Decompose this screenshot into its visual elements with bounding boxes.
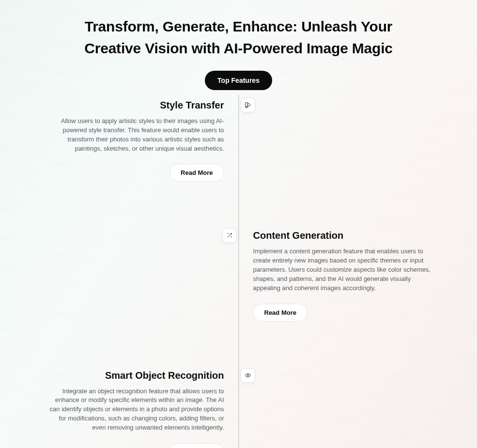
magic-wand-icon [222, 228, 237, 243]
svg-point-2 [247, 374, 248, 376]
read-more-button[interactable]: Read More [169, 443, 224, 448]
palette-icon [241, 98, 255, 112]
feature-description: Allow users to apply artistic styles to … [44, 117, 224, 153]
page-title: Transform, Generate, Enhance: Unleash Yo… [0, 0, 477, 59]
feature-style-transfer: Style Transfer Allow users to apply arti… [0, 95, 477, 201]
feature-description: Implement a content generation feature t… [253, 247, 434, 293]
read-more-button[interactable]: Read More [253, 304, 308, 322]
feature-title: Style Transfer [44, 100, 224, 111]
feature-smart-object-recognition: Smart Object Recognition Integrate an ob… [0, 365, 477, 448]
eye-icon [241, 368, 255, 383]
feature-content-generation: Content Generation Implement a content g… [0, 225, 477, 340]
feature-title: Smart Object Recognition [44, 370, 224, 381]
feature-title: Content Generation [253, 230, 434, 241]
features-timeline: Style Transfer Allow users to apply arti… [0, 95, 477, 448]
feature-description: Integrate an object recognition feature … [44, 387, 224, 433]
svg-point-1 [246, 106, 246, 107]
top-features-badge: Top Features [205, 71, 272, 90]
read-more-button[interactable]: Read More [169, 164, 224, 182]
